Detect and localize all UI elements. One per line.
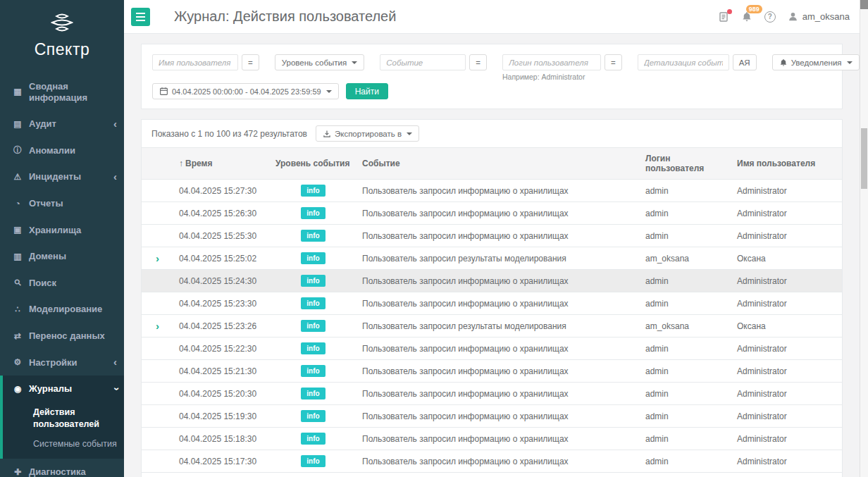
row-time: 04.04.2025 15:25:02 [173, 247, 270, 270]
level-badge: info [301, 320, 325, 332]
table-row[interactable]: 04.04.2025 15:18:30 info Пользователь за… [142, 428, 842, 450]
sidebar-section: Журналы Действия пользователейСистемные … [0, 376, 124, 459]
row-expand-chevron[interactable] [142, 473, 173, 477]
sidebar-section: Сводная информация [0, 73, 124, 111]
sidebar-item-journals[interactable]: Журналы [3, 376, 124, 402]
sidebar-item-incidents[interactable]: Инциденты [0, 163, 124, 190]
col-name[interactable]: Имя пользователя [731, 148, 842, 180]
level-badge: info [301, 230, 325, 242]
search-button[interactable]: Найти [346, 83, 388, 99]
table-row[interactable]: 04.04.2025 15:24:30 info Пользователь за… [142, 270, 842, 292]
sidebar-section: Хранилища [0, 217, 124, 244]
row-level: info [270, 405, 356, 428]
row-login: admin [640, 270, 731, 292]
row-expand-chevron[interactable] [142, 180, 173, 202]
table-row[interactable]: 04.04.2025 15:27:30 info Пользователь за… [142, 180, 842, 202]
table-row[interactable]: 04.04.2025 15:22:30 info Пользователь за… [142, 337, 842, 360]
notifications-dropdown-button[interactable]: Уведомления [772, 54, 860, 70]
table-row[interactable]: 04.04.2025 15:25:30 info Пользователь за… [142, 225, 842, 247]
page-scrollbar[interactable] [860, 0, 868, 477]
sidebar-subitem[interactable]: Системные события [3, 434, 124, 454]
row-expand-chevron[interactable] [142, 337, 173, 360]
table-row[interactable]: 04.04.2025 15:17:30 info Пользователь за… [142, 450, 842, 473]
row-event: Пользователь запросил информацию о храни… [356, 450, 640, 473]
row-login: admin [640, 225, 731, 247]
row-name: Administrator [731, 383, 842, 405]
level-badge: info [301, 342, 325, 354]
sidebar-item-audit[interactable]: Аудит [0, 111, 124, 137]
sidebar-item-summary[interactable]: Сводная информация [0, 73, 124, 111]
scrollbar-top-button[interactable] [860, 0, 868, 9]
sidebar-item-modeling[interactable]: Моделирование [0, 296, 124, 323]
sidebar-item-settings[interactable]: Настройки [0, 349, 124, 376]
login-filter-input[interactable] [502, 54, 601, 70]
table-row[interactable]: › 04.04.2025 15:25:02 info Пользователь … [142, 247, 842, 270]
sidebar-item-anomalies[interactable]: Аномалии [0, 137, 124, 164]
row-expand-chevron[interactable] [142, 405, 173, 428]
scrollbar-thumb[interactable] [861, 128, 867, 189]
col-event[interactable]: Событие [356, 148, 640, 180]
level-badge: info [301, 275, 325, 287]
alert-dot [727, 9, 732, 14]
level-badge: info [301, 365, 325, 377]
table-row[interactable]: 04.04.2025 15:21:30 info Пользователь за… [142, 360, 842, 383]
help-icon[interactable]: ? [764, 11, 776, 23]
sidebar-item-storages[interactable]: Хранилища [0, 217, 124, 244]
sidebar-item-label: Диагностика [29, 466, 117, 477]
row-time: 04.04.2025 15:20:30 [173, 383, 270, 405]
notifications-bell-icon[interactable]: 989 [741, 11, 752, 23]
row-expand-chevron[interactable]: › [142, 315, 173, 337]
row-expand-chevron[interactable] [142, 202, 173, 225]
row-event: Пользователь запросил результаты моделир… [356, 315, 640, 337]
sidebar-subitem-label: Действия пользователей [33, 407, 99, 429]
event-level-dropdown[interactable]: Уровень события [275, 54, 365, 70]
event-detail-filter-input[interactable] [638, 54, 729, 70]
sidebar-item-search[interactable]: Поиск [0, 270, 124, 297]
col-login[interactable]: Логин пользователя [640, 148, 731, 180]
row-level: info [270, 428, 356, 450]
app-root: Спектр Сводная информация Аудит Аномалии… [0, 0, 868, 477]
export-button[interactable]: Экспортировать в [316, 125, 419, 142]
row-expand-chevron[interactable]: › [142, 247, 173, 270]
table-row[interactable]: 04.04.2025 15:23:30 info Пользователь за… [142, 292, 842, 315]
table-row[interactable]: 04.04.2025 15:16:30 info Пользователь за… [142, 473, 842, 477]
table-row[interactable]: 04.04.2025 15:19:30 info Пользователь за… [142, 405, 842, 428]
row-expand-chevron[interactable] [142, 292, 173, 315]
sidebar-subitem[interactable]: Действия пользователей [3, 402, 124, 435]
table-row[interactable]: › 04.04.2025 15:23:26 info Пользователь … [142, 315, 842, 337]
sidebar-item-diagnostics[interactable]: Диагностика [0, 459, 124, 477]
row-expand-chevron[interactable] [142, 270, 173, 292]
row-expand-chevron[interactable] [142, 428, 173, 450]
logo: Спектр [0, 0, 124, 68]
username-eq-button[interactable]: = [242, 54, 259, 70]
event-filter-input[interactable] [380, 54, 466, 70]
event-eq-button[interactable]: = [469, 54, 487, 70]
table-row[interactable]: 04.04.2025 15:20:30 info Пользователь за… [142, 383, 842, 405]
updates-icon[interactable] [718, 11, 729, 23]
menu-toggle-button[interactable] [131, 8, 150, 26]
sidebar-item-domains[interactable]: Домены [0, 243, 124, 270]
row-level: info [270, 202, 356, 225]
level-badge: info [301, 297, 325, 309]
sidebar-item-reports[interactable]: Отчеты [0, 190, 124, 217]
login-eq-button[interactable]: = [604, 54, 622, 70]
reports-icon [11, 199, 24, 209]
bell-icon [779, 58, 788, 67]
col-time[interactable]: ↑Время [173, 148, 270, 180]
daterange-picker[interactable]: 04.04.2025 00:00:00 - 04.04.2025 23:59:5… [152, 83, 339, 99]
row-expand-chevron[interactable] [142, 450, 173, 473]
user-menu[interactable]: am_oksana [788, 11, 850, 22]
row-expand-chevron[interactable] [142, 383, 173, 405]
row-expand-chevron[interactable] [142, 360, 173, 383]
sidebar-item-label: Настройки [29, 357, 109, 368]
chevron-down-icon [407, 132, 412, 135]
row-event: Пользователь запросил информацию о храни… [356, 337, 640, 360]
row-expand-chevron[interactable] [142, 225, 173, 247]
col-level[interactable]: Уровень события [270, 148, 356, 180]
level-badge: info [301, 455, 325, 467]
row-name: Administrator [731, 270, 842, 292]
username-filter-input[interactable] [152, 54, 238, 70]
sidebar-item-transfer[interactable]: Перенос данных [0, 323, 124, 349]
case-sensitivity-button[interactable]: АЯ [733, 54, 757, 70]
table-row[interactable]: 04.04.2025 15:26:30 info Пользователь за… [142, 202, 842, 225]
